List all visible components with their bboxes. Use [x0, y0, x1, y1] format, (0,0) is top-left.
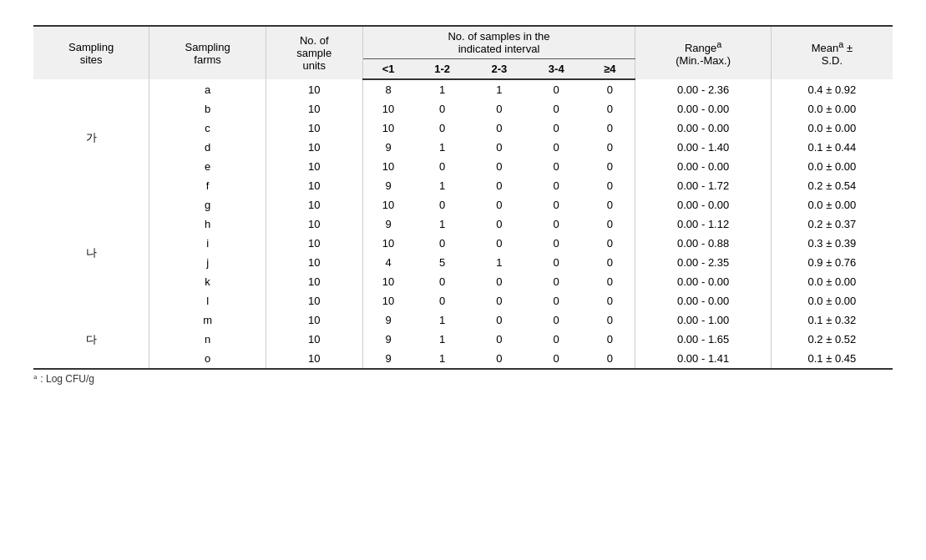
units-cell: 10 — [266, 176, 362, 195]
r34-cell: 0 — [528, 291, 584, 310]
farm-cell: j — [149, 253, 266, 272]
ge4-cell: 0 — [584, 214, 635, 234]
lt1-cell: 10 — [362, 157, 413, 176]
range-cell: 0.00 - 1.00 — [635, 310, 771, 330]
ge4-cell: 0 — [584, 176, 635, 195]
r12-cell: 0 — [414, 195, 471, 214]
r34-cell: 0 — [528, 272, 584, 291]
range-cell: 0.00 - 0.00 — [635, 99, 771, 119]
r23-cell: 0 — [471, 234, 528, 253]
lt1-cell: 10 — [362, 234, 413, 253]
ge4-cell: 0 — [584, 195, 635, 214]
ge4-cell: 0 — [584, 253, 635, 272]
table-row: 가a10811000.00 - 2.360.4 ± 0.92 — [33, 79, 893, 99]
farm-cell: l — [149, 291, 266, 310]
mean-cell: 0.3 ± 0.39 — [771, 234, 893, 253]
site-cell: 다 — [33, 310, 149, 369]
mean-cell: 0.0 ± 0.00 — [771, 157, 893, 176]
col-header-lt1: <1 — [362, 59, 413, 80]
range-cell: 0.00 - 0.00 — [635, 272, 771, 291]
r34-cell: 0 — [528, 253, 584, 272]
r23-cell: 0 — [471, 330, 528, 349]
table-row: k101000000.00 - 0.000.0 ± 0.00 — [33, 272, 893, 291]
ge4-cell: 0 — [584, 291, 635, 310]
units-cell: 10 — [266, 349, 362, 369]
ge4-cell: 0 — [584, 330, 635, 349]
r12-cell: 0 — [414, 234, 471, 253]
table-row: 나g101000000.00 - 0.000.0 ± 0.00 — [33, 195, 893, 214]
col-header-range: Rangea(Min.-Max.) — [635, 26, 771, 79]
range-cell: 0.00 - 0.00 — [635, 291, 771, 310]
table-row: h10910000.00 - 1.120.2 ± 0.37 — [33, 214, 893, 234]
table-row: d10910000.00 - 1.400.1 ± 0.44 — [33, 138, 893, 157]
lt1-cell: 9 — [362, 330, 413, 349]
farm-cell: m — [149, 310, 266, 330]
mean-cell: 0.0 ± 0.00 — [771, 119, 893, 138]
table-row: l101000000.00 - 0.000.0 ± 0.00 — [33, 291, 893, 310]
table-row: j10451000.00 - 2.350.9 ± 0.76 — [33, 253, 893, 272]
r34-cell: 0 — [528, 138, 584, 157]
r34-cell: 0 — [528, 79, 584, 99]
r12-cell: 0 — [414, 291, 471, 310]
units-cell: 10 — [266, 330, 362, 349]
units-cell: 10 — [266, 214, 362, 234]
ge4-cell: 0 — [584, 99, 635, 119]
table-row: e101000000.00 - 0.000.0 ± 0.00 — [33, 157, 893, 176]
r12-cell: 1 — [414, 176, 471, 195]
r12-cell: 0 — [414, 157, 471, 176]
r12-cell: 5 — [414, 253, 471, 272]
mean-cell: 0.2 ± 0.52 — [771, 330, 893, 349]
lt1-cell: 9 — [362, 214, 413, 234]
r23-cell: 0 — [471, 310, 528, 330]
ge4-cell: 0 — [584, 349, 635, 369]
r12-cell: 1 — [414, 310, 471, 330]
range-cell: 0.00 - 1.72 — [635, 176, 771, 195]
mean-cell: 0.1 ± 0.44 — [771, 138, 893, 157]
table-row: 다m10910000.00 - 1.000.1 ± 0.32 — [33, 310, 893, 330]
lt1-cell: 10 — [362, 195, 413, 214]
range-cell: 0.00 - 0.00 — [635, 119, 771, 138]
footnote: ᵃ : Log CFU/g — [33, 373, 893, 385]
col-header-34: 3-4 — [528, 59, 584, 80]
r23-cell: 0 — [471, 157, 528, 176]
mean-cell: 0.2 ± 0.37 — [771, 214, 893, 234]
units-cell: 10 — [266, 310, 362, 330]
farm-cell: b — [149, 99, 266, 119]
r34-cell: 0 — [528, 349, 584, 369]
lt1-cell: 9 — [362, 138, 413, 157]
site-cell: 나 — [33, 195, 149, 310]
r23-cell: 0 — [471, 195, 528, 214]
farm-cell: o — [149, 349, 266, 369]
range-cell: 0.00 - 0.88 — [635, 234, 771, 253]
lt1-cell: 8 — [362, 79, 413, 99]
units-cell: 10 — [266, 79, 362, 99]
mean-cell: 0.1 ± 0.45 — [771, 349, 893, 369]
ge4-cell: 0 — [584, 138, 635, 157]
col-header-farms: Samplingfarms — [149, 26, 266, 79]
r23-cell: 0 — [471, 349, 528, 369]
units-cell: 10 — [266, 253, 362, 272]
farm-cell: n — [149, 330, 266, 349]
ge4-cell: 0 — [584, 272, 635, 291]
lt1-cell: 9 — [362, 176, 413, 195]
lt1-cell: 10 — [362, 119, 413, 138]
farm-cell: h — [149, 214, 266, 234]
site-cell: 가 — [33, 79, 149, 195]
r23-cell: 0 — [471, 176, 528, 195]
r23-cell: 0 — [471, 291, 528, 310]
ge4-cell: 0 — [584, 119, 635, 138]
units-cell: 10 — [266, 291, 362, 310]
lt1-cell: 9 — [362, 349, 413, 369]
farm-cell: f — [149, 176, 266, 195]
farm-cell: a — [149, 79, 266, 99]
farm-cell: c — [149, 119, 266, 138]
farm-cell: k — [149, 272, 266, 291]
lt1-cell: 10 — [362, 291, 413, 310]
mean-cell: 0.0 ± 0.00 — [771, 272, 893, 291]
data-table: Samplingsites Samplingfarms No. ofsample… — [33, 25, 893, 370]
units-cell: 10 — [266, 234, 362, 253]
r23-cell: 0 — [471, 138, 528, 157]
ge4-cell: 0 — [584, 234, 635, 253]
range-cell: 0.00 - 1.40 — [635, 138, 771, 157]
col-header-sites: Samplingsites — [33, 26, 149, 79]
